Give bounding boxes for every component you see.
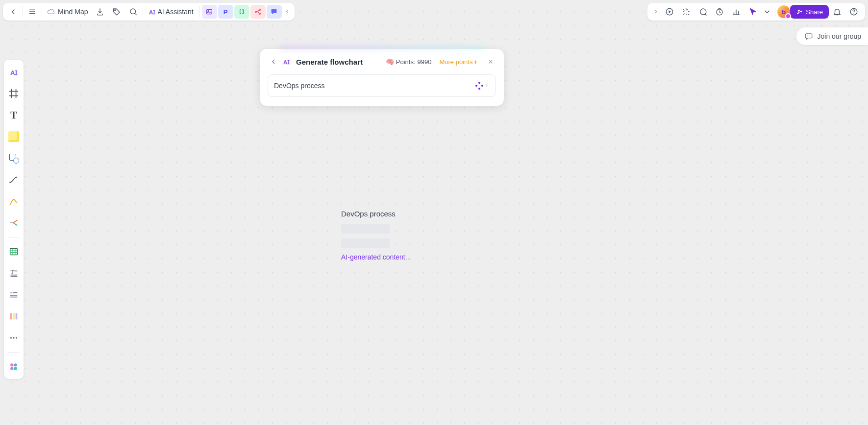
tool-apps[interactable]: [6, 357, 22, 376]
svg-point-28: [9, 182, 11, 183]
svg-point-3: [115, 10, 116, 11]
tool-frame[interactable]: [6, 84, 22, 103]
notifications-button[interactable]: [829, 3, 845, 20]
help-icon: [849, 7, 858, 16]
loading-spinner-icon: [475, 82, 483, 90]
tool-text[interactable]: T: [6, 106, 22, 124]
svg-point-51: [10, 363, 13, 366]
svg-point-8: [255, 11, 257, 13]
help-button[interactable]: [845, 3, 862, 20]
tool-text-block[interactable]: T: [6, 264, 22, 283]
shapes-icon: [8, 153, 19, 164]
search-button[interactable]: [125, 3, 142, 20]
svg-rect-21: [806, 34, 813, 38]
ai-assistant-button[interactable]: ᴀɪ AI Assistant: [144, 8, 198, 16]
join-group-button[interactable]: Join our group: [796, 27, 868, 45]
svg-point-50: [16, 337, 17, 338]
collapse-tabs-button[interactable]: [282, 3, 293, 20]
ai-logo-icon: ᴀɪ: [149, 8, 155, 16]
tool-table[interactable]: [6, 242, 22, 261]
person-plus-icon: [796, 8, 803, 15]
sticky-note-icon: [8, 131, 19, 142]
svg-point-53: [10, 367, 13, 370]
tab-image[interactable]: [202, 5, 217, 19]
search-icon: [129, 7, 138, 16]
svg-rect-32: [10, 249, 18, 255]
tool-shapes[interactable]: [6, 149, 22, 167]
tool-ai[interactable]: ᴀɪ: [6, 63, 22, 81]
more-points-button[interactable]: More points +: [439, 58, 477, 66]
generation-status: AI-generated content...: [341, 253, 411, 261]
chart-button[interactable]: [728, 3, 744, 20]
tool-sticky-note[interactable]: [6, 127, 22, 146]
tab-p[interactable]: P: [218, 5, 233, 19]
tool-pen[interactable]: [6, 192, 22, 211]
comment-button[interactable]: [694, 3, 711, 20]
text-icon: T: [10, 110, 17, 121]
tab-comment[interactable]: [267, 5, 282, 19]
top-right-toolbar: b Share: [647, 3, 865, 21]
svg-rect-47: [16, 313, 18, 320]
ai-logo-icon: ᴀɪ: [10, 68, 18, 77]
svg-point-54: [14, 367, 17, 370]
avatar-status-badge: [785, 13, 791, 19]
tool-connector[interactable]: [6, 170, 22, 189]
chevron-down-icon: [763, 7, 771, 16]
columns-icon: [8, 311, 19, 322]
chevron-left-icon: [284, 8, 291, 15]
play-icon: [665, 7, 674, 16]
tag-icon: [112, 7, 121, 16]
document-title[interactable]: Mind Map: [43, 8, 92, 16]
dialog-close-button[interactable]: [485, 56, 496, 67]
bracket-icon: [238, 8, 246, 16]
svg-point-9: [259, 9, 261, 11]
generate-flowchart-dialog: ᴀɪ Generate flowchart 🧠 Points: 9990 Mor…: [260, 49, 504, 106]
tab-mindmap[interactable]: [250, 5, 266, 19]
cloud-icon: [47, 8, 55, 16]
tool-list[interactable]: [6, 285, 22, 304]
prompt-input[interactable]: [274, 82, 475, 90]
list-icon: [8, 289, 19, 300]
sparkle-button[interactable]: [678, 3, 694, 20]
tool-branch[interactable]: [6, 213, 22, 232]
side-toolbar: ᴀɪ T T: [4, 60, 24, 379]
download-icon: [96, 7, 104, 16]
svg-marker-12: [669, 10, 671, 13]
svg-point-23: [810, 36, 811, 37]
timer-icon: [715, 7, 724, 16]
play-button[interactable]: [661, 3, 678, 20]
tag-button[interactable]: [108, 3, 125, 20]
svg-point-22: [807, 36, 808, 37]
share-label: Share: [806, 8, 823, 16]
avatar[interactable]: b: [777, 5, 790, 18]
svg-point-49: [13, 337, 14, 338]
top-left-toolbar: Mind Map ᴀɪ AI Assistant P: [3, 3, 295, 21]
expand-right-button[interactable]: [650, 3, 661, 20]
points-label: Points:: [396, 58, 416, 66]
dialog-back-button[interactable]: [268, 56, 279, 68]
svg-rect-6: [207, 9, 212, 14]
more-icon: [8, 332, 19, 343]
cursor-tool-dropdown[interactable]: [761, 3, 773, 20]
back-button[interactable]: [5, 3, 22, 20]
document-title-text: Mind Map: [58, 8, 88, 16]
ai-logo-icon: ᴀɪ: [283, 58, 292, 66]
svg-point-10: [259, 13, 261, 15]
tool-columns[interactable]: [6, 307, 22, 326]
menu-button[interactable]: [24, 3, 41, 20]
prompt-input-container: [268, 74, 496, 97]
chevron-left-icon: [9, 7, 18, 16]
cursor-tool-button[interactable]: [744, 3, 761, 20]
share-button[interactable]: Share: [790, 5, 829, 19]
apps-icon: [8, 361, 19, 372]
connector-icon: [8, 174, 19, 185]
mindmap-icon: [254, 8, 262, 16]
cursor-icon: [748, 7, 757, 16]
tool-more[interactable]: [6, 329, 22, 347]
speech-bubble-icon: [698, 7, 707, 16]
bar-chart-icon: [732, 7, 741, 16]
download-button[interactable]: [92, 3, 108, 20]
brain-icon: 🧠: [386, 58, 394, 66]
timer-button[interactable]: [711, 3, 728, 20]
tab-bracket[interactable]: [234, 5, 249, 19]
